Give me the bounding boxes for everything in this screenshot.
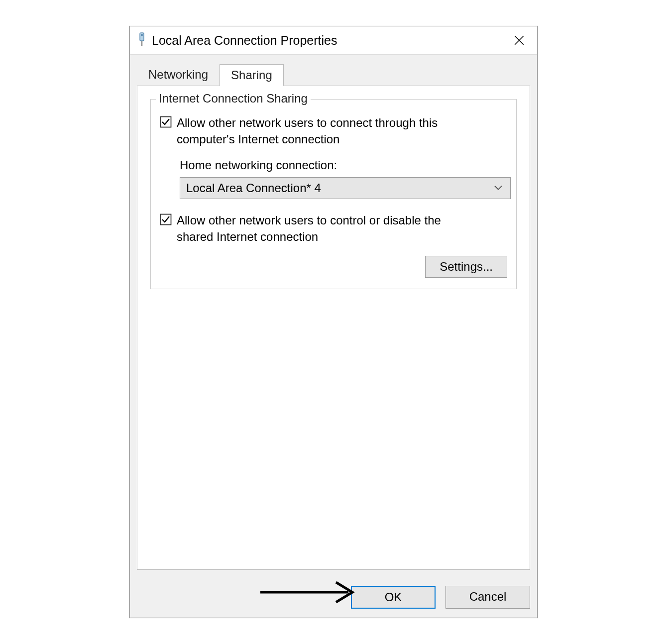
checkbox-allow-connect-row: Allow other network users to connect thr… — [160, 114, 507, 147]
tab-panel-sharing: Internet Connection Sharing Allow other … — [137, 86, 530, 570]
svg-rect-6 — [161, 215, 171, 225]
tab-bar: Networking Sharing — [130, 55, 537, 86]
dropdown-value: Local Area Connection* 4 — [186, 181, 321, 195]
checkbox-allow-control-row: Allow other network users to control or … — [160, 212, 507, 245]
window-title: Local Area Connection Properties — [152, 33, 503, 48]
tab-sharing[interactable]: Sharing — [220, 64, 284, 86]
checkbox-allow-connect-label: Allow other network users to connect thr… — [177, 114, 475, 147]
checkbox-allow-connect[interactable] — [160, 116, 172, 130]
checkbox-allow-control-label: Allow other network users to control or … — [177, 212, 475, 245]
close-button[interactable] — [508, 31, 530, 49]
svg-rect-5 — [161, 117, 171, 127]
cancel-button[interactable]: Cancel — [445, 586, 530, 609]
chevron-down-icon — [493, 181, 503, 195]
dialog-button-row: OK Cancel — [130, 577, 537, 618]
checkbox-allow-control[interactable] — [160, 214, 172, 227]
close-icon — [514, 35, 524, 45]
ics-groupbox: Internet Connection Sharing Allow other … — [150, 99, 517, 289]
groupbox-legend: Internet Connection Sharing — [156, 92, 311, 106]
title-bar: Local Area Connection Properties — [130, 26, 537, 55]
home-networking-label: Home networking connection: — [180, 158, 507, 172]
properties-dialog: Local Area Connection Properties Network… — [129, 26, 538, 618]
settings-button[interactable]: Settings... — [425, 256, 507, 278]
svg-rect-1 — [141, 34, 142, 36]
home-networking-dropdown[interactable]: Local Area Connection* 4 — [180, 177, 511, 199]
network-adapter-icon — [137, 32, 147, 48]
tab-networking[interactable]: Networking — [137, 64, 220, 86]
ok-button[interactable]: OK — [351, 586, 436, 609]
